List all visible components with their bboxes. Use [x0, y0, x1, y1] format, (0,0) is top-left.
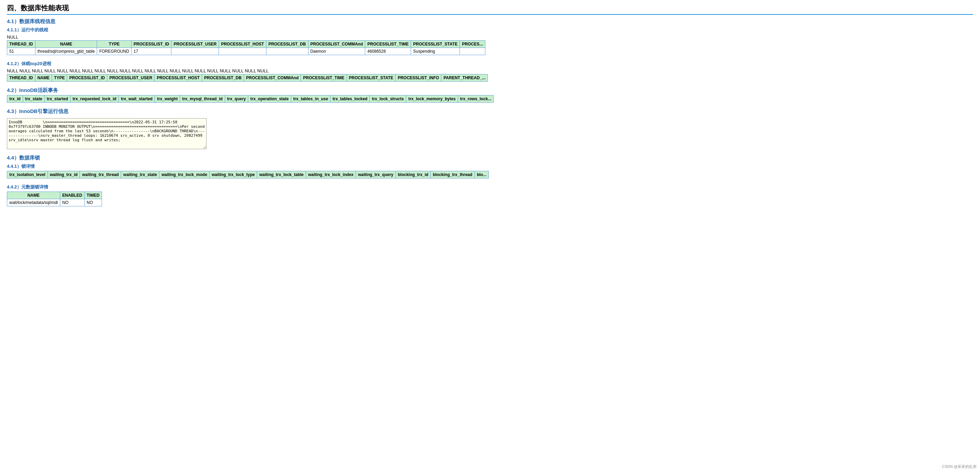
- th-waiting-trx-id: waiting_trx_id: [48, 171, 80, 179]
- section-43-title: 4.3）InnoDB引擎运行信息: [7, 108, 973, 115]
- td-processlist-id: 17: [132, 48, 172, 55]
- th2-processlist-info: PROCESSLIST_INFO: [396, 75, 441, 82]
- null-text-412: NULL NULL NULL NULL NULL NULL NULL NULL …: [7, 68, 973, 73]
- th-trx-started: trx_started: [45, 96, 70, 103]
- table-411: THREAD_ID NAME TYPE PROCESSLIST_ID PROCE…: [7, 40, 485, 55]
- td-type: FOREGROUND: [97, 48, 132, 55]
- table-411-header-row: THREAD_ID NAME TYPE PROCESSLIST_ID PROCE…: [7, 41, 485, 48]
- table-412-header-row: THREAD_ID NAME TYPE PROCESSLIST_ID PROCE…: [7, 75, 488, 82]
- th-processlist-user: PROCESSLIST_USER: [172, 41, 219, 48]
- table-42-header-row: trx_id trx_state trx_started trx_request…: [7, 96, 494, 103]
- th-trx-state: trx_state: [23, 96, 45, 103]
- th2-processlist-user: PROCESSLIST_USER: [107, 75, 154, 82]
- table-412: THREAD_ID NAME TYPE PROCESSLIST_ID PROCE…: [7, 74, 488, 82]
- th2-thread-id: THREAD_ID: [7, 75, 35, 82]
- th-trx-tables-use: trx_tables_in_use: [291, 96, 330, 103]
- section-44-title: 4.4）数据库锁: [7, 155, 973, 161]
- th-thread-id: THREAD_ID: [7, 41, 35, 48]
- section-411-title: 4.1.1）运行中的线程: [7, 27, 973, 33]
- th2-processlist-command: PROCESSLIST_COMMAnd: [244, 75, 301, 82]
- th-waiting-trx-lock-type: waiting_trx_lock_type: [209, 171, 257, 179]
- section-412-title: 4.1.2）休眠top20进程: [7, 61, 973, 67]
- th-blocking-trx-thread: blocking_trx_thread: [431, 171, 475, 179]
- th-waiting-trx-lock-table: waiting_trx_lock_table: [257, 171, 306, 179]
- innodb-section: InnoDB \n===============================…: [7, 118, 973, 149]
- th2-processlist-state: PROCESSLIST_STATE: [347, 75, 396, 82]
- th-name: NAME: [35, 41, 97, 48]
- th-meta-name: NAME: [7, 192, 60, 199]
- table-441: trx_isolation_level waiting_trx_id waiti…: [7, 171, 489, 179]
- table-441-container: trx_isolation_level waiting_trx_id waiti…: [7, 171, 973, 179]
- th-trx-weight: trx_weight: [155, 96, 180, 103]
- section-441-title: 4.4.1）锁详情: [7, 163, 973, 169]
- th-meta-enabled: ENABLED: [60, 192, 84, 199]
- th-processlist-host: PROCESSLIST_HOST: [219, 41, 266, 48]
- th-waiting-trx-thread: waiting_trx_thread: [80, 171, 121, 179]
- table-441-header-row: trx_isolation_level waiting_trx_id waiti…: [7, 171, 489, 179]
- th-blocking-trx-id: blocking_trx_id: [396, 171, 431, 179]
- th-meta-timed: TIMED: [84, 192, 102, 199]
- main-title: 四、数据库性能表现: [7, 3, 973, 15]
- th-trx-lock-structs: trx_lock_structs: [370, 96, 406, 103]
- th-waiting-trx-state: waiting_trx_state: [121, 171, 159, 179]
- th-waiting-trx-lock-index: waiting_trx_lock_index: [305, 171, 356, 179]
- td-processlist-time: 46086528: [365, 48, 411, 55]
- table-442-container: NAME ENABLED TIMED wait/lock/metadata/sq…: [7, 191, 973, 206]
- th-trx-op-state: trx_operation_state: [248, 96, 291, 103]
- th-trx-isolation: trx_isolation_level: [7, 171, 48, 179]
- table-411-container: THREAD_ID NAME TYPE PROCESSLIST_ID PROCE…: [7, 40, 973, 55]
- table-row: wait/lock/metadata/sql/mdl NO NO: [7, 199, 102, 206]
- th2-parent-thread: PARENT_THREAD_...: [441, 75, 488, 82]
- th2-processlist-host: PROCESSLIST_HOST: [154, 75, 202, 82]
- th-processlist-id: PROCESSLIST_ID: [132, 41, 172, 48]
- table-442-header-row: NAME ENABLED TIMED: [7, 192, 102, 199]
- null-text-411: NULL: [7, 35, 973, 40]
- td-meta-name: wait/lock/metadata/sql/mdl: [7, 199, 60, 206]
- td-thread-id: 51: [7, 48, 35, 55]
- td-processlist-state: Suspending: [411, 48, 460, 55]
- table-412-container: THREAD_ID NAME TYPE PROCESSLIST_ID PROCE…: [7, 74, 973, 82]
- td-process-extra: [460, 48, 485, 55]
- table-442: NAME ENABLED TIMED wait/lock/metadata/sq…: [7, 191, 102, 206]
- th2-processlist-db: PROCESSLIST_DB: [202, 75, 244, 82]
- table-row: 51 thread/sql/compress_gtid_table FOREGR…: [7, 48, 485, 55]
- section-442-title: 4.4.2）元数据锁详情: [7, 184, 973, 190]
- th-process-extra: PROCES...: [460, 41, 485, 48]
- section-42-title: 4.2）InnoDB活跃事务: [7, 87, 973, 94]
- td-name: thread/sql/compress_gtid_table: [35, 48, 97, 55]
- td-processlist-host: [219, 48, 266, 55]
- th-trx-query: trx_query: [225, 96, 248, 103]
- innodb-textarea[interactable]: InnoDB \n===============================…: [7, 118, 207, 149]
- td-processlist-command: Daemon: [308, 48, 365, 55]
- th-processlist-db: PROCESSLIST_DB: [266, 41, 308, 48]
- th-trx-mysql-thread: trx_mysql_thread_id: [180, 96, 225, 103]
- th-processlist-state: PROCESSLIST_STATE: [411, 41, 460, 48]
- th-type: TYPE: [97, 41, 132, 48]
- th-trx-tables-locked: trx_tables_locked: [331, 96, 370, 103]
- th2-name: NAME: [35, 75, 52, 82]
- th-blo-extra: blo...: [475, 171, 489, 179]
- td-processlist-user: [172, 48, 219, 55]
- th2-processlist-id: PROCESSLIST_ID: [67, 75, 107, 82]
- th-processlist-time: PROCESSLIST_TIME: [365, 41, 411, 48]
- th2-type: TYPE: [52, 75, 67, 82]
- section-41-title: 4.1）数据库线程信息: [7, 18, 973, 25]
- th2-processlist-time: PROCESSLIST_TIME: [301, 75, 347, 82]
- table-42-container: trx_id trx_state trx_started trx_request…: [7, 95, 973, 103]
- td-meta-enabled: NO: [60, 199, 84, 206]
- table-42: trx_id trx_state trx_started trx_request…: [7, 95, 494, 103]
- td-meta-timed: NO: [84, 199, 102, 206]
- th-trx-id: trx_id: [7, 96, 23, 103]
- th-trx-wait-started: trx_wait_started: [119, 96, 155, 103]
- th-waiting-trx-query: waiting_trx_query: [356, 171, 396, 179]
- td-processlist-db: [266, 48, 308, 55]
- th-trx-lock-memory: trx_lock_memory_bytes: [406, 96, 458, 103]
- th-trx-requested-lock: trx_requested_lock_id: [70, 96, 118, 103]
- th-trx-rows-lock: trx_rows_lock...: [458, 96, 494, 103]
- th-waiting-trx-lock-mode: waiting_trx_lock_mode: [159, 171, 210, 179]
- th-processlist-command: PROCESSLIST_COMMAnd: [308, 41, 365, 48]
